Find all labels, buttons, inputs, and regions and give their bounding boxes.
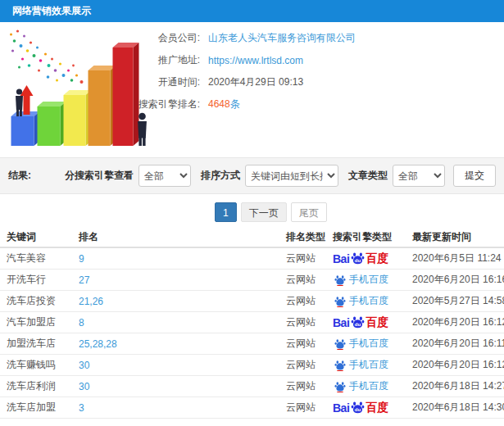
open-time-value: 2020年4月29日 09:13 [208,75,303,89]
baidu-paw-icon: du [351,315,365,329]
bar-yellow [64,90,92,146]
engine-filter-select[interactable]: 全部 [138,165,191,187]
table-row: 洗车店投资 21,26 云网站 手机百度 2020年5月27日 14:58 [0,291,504,312]
rank-type-cell: 云网站 [279,358,326,372]
mobile-baidu-label: 手机百度 [349,294,388,308]
rank-type-cell: 云网站 [279,315,326,329]
member-company-label: 会员公司: [125,31,200,45]
keyword-cell: 加盟洗车店 [0,337,72,351]
table-row: 洗车赚钱吗 30 云网站 手机百度 2020年6月20日 16:12 [0,355,504,376]
engine-cell: 手机百度 [326,273,406,287]
engine-rank-count-value: 4648 [208,98,230,110]
member-info-panel: 会员公司: 山东老人头汽车服务咨询有限公司 推广地址: https://www.… [125,31,504,120]
table-body: 汽车美容 9 云网站 Baidu百度 2020年6月5日 11:24 开洗车行 … [0,248,504,419]
confetti-dots [10,29,84,84]
table-header-row: 关键词 排名 排名类型 搜索引擎类型 最新更新时间 [0,228,504,248]
baidu-paw-icon [334,296,346,307]
keyword-cell: 洗车店加盟 [0,401,72,415]
engine-cell: 手机百度 [326,337,406,351]
next-page-button[interactable]: 下一页 [241,202,287,222]
bar-blue [11,111,40,146]
bar-green [38,102,66,146]
baidu-logo-cn: 百度 [366,315,388,330]
page-title-bar: 网络营销效果展示 [0,0,504,22]
table-row: 加盟洗车店 25,28,28 云网站 手机百度 2020年6月20日 16:11 [0,333,504,355]
promo-url-row: 推广地址: https://www.lrtlsd.com [125,53,504,67]
table-row: 汽车加盟店 8 云网站 Baidu百度 2020年6月20日 16:12 [0,312,504,333]
time-cell: 2020年6月18日 14:27 [406,379,504,393]
engine-cell: Baidu百度 [326,315,406,330]
keyword-cell: 洗车赚钱吗 [0,358,72,372]
baidu-paw-icon: du [351,252,365,265]
rank-type-cell: 云网站 [279,294,326,308]
baidu-paw-icon [334,381,346,392]
time-cell: 2020年5月27日 14:58 [406,294,504,308]
col-header-rank: 排名 [72,230,279,244]
rank-cell[interactable]: 30 [72,360,279,371]
table-row: 汽车美容 9 云网站 Baidu百度 2020年6月5日 11:24 [0,248,504,270]
submit-button[interactable]: 提交 [453,165,496,187]
keyword-cell: 开洗车行 [0,273,72,287]
engine-cell: Baidu百度 [326,401,406,415]
sort-filter-select[interactable]: 关键词由短到长排序 [245,165,338,187]
keyword-cell: 汽车加盟店 [0,315,72,329]
baidu-logo-text: Bai [333,401,349,415]
engine-cell: Baidu百度 [326,252,406,266]
result-label: 结果: [8,169,31,183]
table-row: 开洗车行 27 云网站 手机百度 2020年6月20日 16:16 [0,270,504,291]
table-row: 洗车店加盟 3 云网站 Baidu百度 2020年6月18日 14:30 [0,397,504,419]
svg-text:du: du [355,407,361,412]
rank-cell[interactable]: 8 [72,317,279,329]
baidu-logo-cn: 百度 [366,401,388,415]
open-time-label: 开通时间: [125,75,200,89]
rank-cell[interactable]: 27 [72,274,279,286]
last-page-button[interactable]: 尾页 [291,202,327,222]
rank-cell[interactable]: 30 [72,381,279,392]
rank-type-cell: 云网站 [279,379,326,393]
mobile-baidu-label: 手机百度 [349,273,388,287]
engine-filter-label: 分搜索引擎查看 [65,169,134,183]
article-type-label: 文章类型 [348,169,388,183]
mobile-baidu-label: 手机百度 [349,337,388,351]
mobile-baidu-label: 手机百度 [349,358,388,372]
engine-cell: 手机百度 [326,379,406,393]
baidu-logo-text: Bai [333,252,349,265]
pagination: 1 下一页 尾页 [215,202,331,222]
promo-url-label: 推广地址: [125,53,200,67]
col-header-keyword: 关键词 [0,230,72,244]
rank-type-cell: 云网站 [279,337,326,351]
article-type-select[interactable]: 全部 [393,165,445,187]
baidu-paw-icon [334,338,346,350]
time-cell: 2020年6月18日 14:30 [406,401,504,415]
engine-rank-count-row: 搜索引擎排名: 4648条 [125,97,504,111]
rank-cell[interactable]: 9 [72,253,279,265]
mobile-baidu-label: 手机百度 [349,379,388,393]
rank-cell[interactable]: 25,28,28 [72,338,279,350]
keyword-cell: 洗车店投资 [0,294,72,308]
keyword-ranking-table: 关键词 排名 排名类型 搜索引擎类型 最新更新时间 汽车美容 9 云网站 Bai… [0,228,504,419]
time-cell: 2020年6月20日 16:12 [406,358,504,372]
promo-url-link[interactable]: https://www.lrtlsd.com [208,55,303,66]
engine-rank-count-unit: 条 [230,98,240,110]
rank-type-cell: 云网站 [279,401,326,415]
member-company-link[interactable]: 山东老人头汽车服务咨询有限公司 [208,31,356,45]
engine-cell: 手机百度 [326,358,406,372]
open-time-row: 开通时间: 2020年4月29日 09:13 [125,75,504,89]
svg-text:du: du [355,258,361,263]
baidu-logo-cn: 百度 [366,252,388,266]
rank-cell[interactable]: 3 [72,402,279,414]
rank-cell[interactable]: 21,26 [72,296,279,307]
baidu-paw-icon [334,360,346,371]
page-1-button[interactable]: 1 [215,202,237,222]
col-header-update-time: 最新更新时间 [406,230,504,244]
keyword-cell: 洗车店利润 [0,379,72,393]
engine-rank-count-label: 搜索引擎排名: [125,97,200,111]
time-cell: 2020年6月20日 16:12 [406,315,504,329]
bar-orange [89,66,116,146]
member-company-row: 会员公司: 山东老人头汽车服务咨询有限公司 [125,31,504,45]
filter-bar: 结果: 分搜索引擎查看 全部 排序方式 关键词由短到长排序 文章类型 全部 提交 [0,157,504,194]
time-cell: 2020年6月20日 16:11 [406,337,504,351]
baidu-paw-icon: du [351,401,365,415]
baidu-logo-text: Bai [333,316,349,329]
engine-cell: 手机百度 [326,294,406,308]
